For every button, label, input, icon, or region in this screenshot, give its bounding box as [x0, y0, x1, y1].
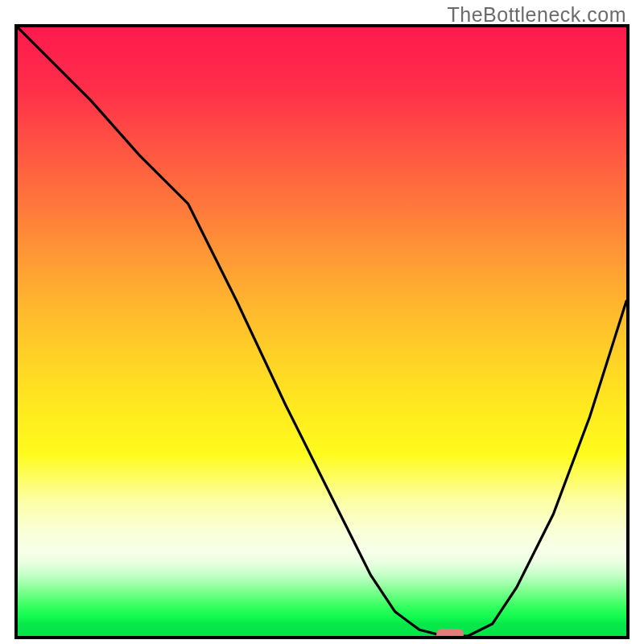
minimum-marker [436, 629, 464, 639]
curve-svg [18, 27, 626, 636]
watermark-text: TheBottleneck.com [448, 3, 627, 27]
chart-frame [14, 24, 630, 639]
bottleneck-curve [18, 27, 626, 636]
